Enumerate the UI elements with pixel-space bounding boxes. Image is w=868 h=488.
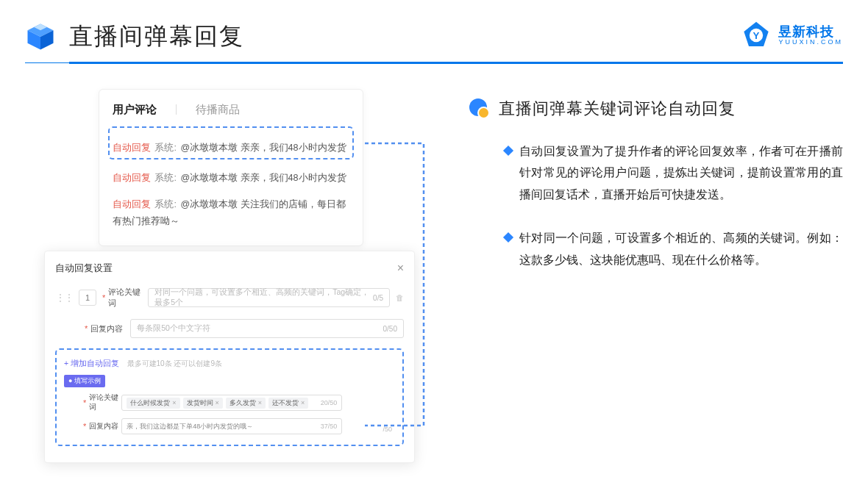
chip[interactable]: 发货时间 bbox=[183, 398, 223, 409]
settings-card: 自动回复设置 × ⋮⋮ 1 * 评论关键词 对同一个问题，可设置多个相近、高频的… bbox=[44, 251, 415, 463]
ex-kw-count: 20/50 bbox=[321, 399, 338, 406]
keyword-label: 评论关键词 bbox=[108, 287, 148, 309]
diamond-bullet-icon bbox=[503, 146, 513, 156]
tab-pending-goods[interactable]: 待播商品 bbox=[196, 103, 240, 117]
system-label: 系统: bbox=[154, 143, 176, 153]
brand-sub: YUUXIN.COM bbox=[778, 39, 843, 46]
add-auto-reply-link[interactable]: + 增加自动回复 bbox=[64, 359, 119, 367]
cube-icon bbox=[25, 21, 56, 52]
header-rule bbox=[69, 62, 843, 64]
paragraph-2: 针对同一个问题，可设置多个相近的、高频的关键词。例如：这款多少钱、这块能优惠吗、… bbox=[519, 227, 843, 270]
rule-index: 1 bbox=[79, 290, 96, 306]
ex-content-input[interactable]: 亲，我们这边都是下单48小时内发货的哦～ 37/50 bbox=[121, 418, 342, 434]
bubble-icon bbox=[469, 98, 490, 119]
tab-user-comments[interactable]: 用户评论 bbox=[113, 103, 157, 117]
comments-card: 用户评论 待播商品 自动回复 系统: @冰墩墩本墩 亲亲，我们48小时内发货 自… bbox=[99, 89, 363, 246]
delete-icon[interactable]: 🗑 bbox=[396, 293, 404, 302]
auto-reply-tag: 自动回复 bbox=[113, 173, 151, 183]
add-hint: 最多可建10条 还可以创建9条 bbox=[127, 359, 222, 367]
ex-ct-count: 37/50 bbox=[321, 423, 338, 430]
highlighted-comment: 自动回复 系统: @冰墩墩本墩 亲亲，我们48小时内发货 bbox=[108, 126, 354, 159]
example-badge: ● 填写示例 bbox=[64, 375, 105, 387]
comment-text: @冰墩墩本墩 亲亲，我们48小时内发货 bbox=[180, 143, 346, 153]
chip[interactable]: 还不发货 bbox=[268, 398, 308, 409]
svg-text:Y: Y bbox=[753, 30, 760, 41]
keyword-count: 0/5 bbox=[373, 294, 383, 302]
paragraph-1: 自动回复设置为了提升作者的评论回复效率，作者可在开播前针对常见的评论用户问题，提… bbox=[519, 140, 843, 205]
settings-title: 自动回复设置 bbox=[55, 262, 113, 275]
add-section-highlight: + 增加自动回复 最多可建10条 还可以创建9条 ● 填写示例 * 评论关键词 … bbox=[55, 348, 404, 446]
required-dot: * bbox=[102, 293, 105, 302]
section-title: 直播间弹幕关键词评论自动回复 bbox=[499, 98, 736, 120]
chip[interactable]: 什么时候发货 bbox=[127, 398, 179, 409]
keyword-placeholder: 对同一个问题，可设置多个相近、高频的关键词，Tag确定，最多5个 bbox=[154, 287, 373, 308]
required-dot: * bbox=[83, 422, 86, 431]
ex-kw-label: 评论关键词 bbox=[89, 393, 121, 412]
required-dot: * bbox=[83, 398, 86, 407]
comment-text: @冰墩墩本墩 亲亲，我们48小时内发货 bbox=[180, 173, 346, 183]
drag-icon[interactable]: ⋮⋮ bbox=[55, 292, 73, 304]
ex-ct-text: 亲，我们这边都是下单48小时内发货的哦～ bbox=[127, 422, 253, 431]
content-count: 0/50 bbox=[383, 325, 397, 333]
diamond-bullet-icon bbox=[503, 232, 513, 243]
content-label: 回复内容 bbox=[90, 323, 130, 334]
content-input[interactable]: 每条限50个中文字符 0/50 bbox=[130, 319, 404, 338]
system-label: 系统: bbox=[154, 173, 176, 183]
brand-block: Y 昱新科技 YUUXIN.COM bbox=[741, 21, 843, 50]
auto-reply-tag: 自动回复 bbox=[113, 143, 151, 153]
content-placeholder: 每条限50个中文字符 bbox=[137, 323, 210, 334]
system-label: 系统: bbox=[154, 199, 176, 209]
keyword-input[interactable]: 对同一个问题，可设置多个相近、高频的关键词，Tag确定，最多5个 0/5 bbox=[148, 288, 390, 307]
page-title: 直播间弹幕回复 bbox=[69, 21, 244, 53]
brand-logo-icon: Y bbox=[741, 21, 771, 50]
tab-divider bbox=[176, 104, 177, 115]
ex-ct-label: 回复内容 bbox=[89, 422, 121, 431]
chip[interactable]: 多久发货 bbox=[226, 398, 266, 409]
brand-name: 昱新科技 bbox=[778, 25, 843, 39]
extra-count: /50 bbox=[383, 426, 392, 433]
close-icon[interactable]: × bbox=[397, 262, 404, 275]
auto-reply-tag: 自动回复 bbox=[113, 199, 151, 209]
ex-keyword-input[interactable]: 什么时候发货 发货时间 多久发货 还不发货 20/50 bbox=[121, 395, 342, 411]
required-dot: * bbox=[85, 324, 88, 333]
